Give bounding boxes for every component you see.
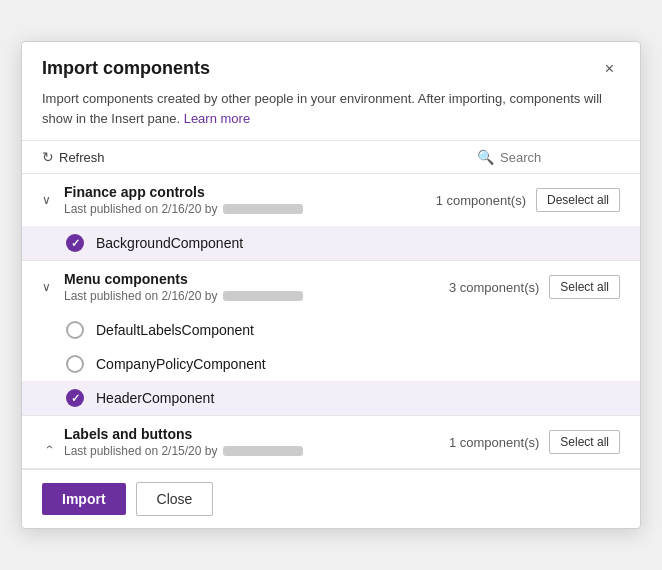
search-input[interactable] xyxy=(500,150,620,165)
dialog-description: Import components created by other peopl… xyxy=(22,89,640,140)
author-blur-finance xyxy=(223,204,303,214)
group-name-labels: Labels and buttons xyxy=(64,426,441,442)
checkbox-companypolicy xyxy=(66,355,84,373)
component-label-companypolicy: CompanyPolicyComponent xyxy=(96,356,266,372)
author-blur-labels xyxy=(223,446,303,456)
component-label-defaultlabels: DefaultLabelsComponent xyxy=(96,322,254,338)
search-box: 🔍 xyxy=(477,149,620,165)
checkbox-background xyxy=(66,234,84,252)
deselect-all-button-finance[interactable]: Deselect all xyxy=(536,188,620,212)
select-all-button-menu[interactable]: Select all xyxy=(549,275,620,299)
group-finance: ∨ Finance app controls Last published on… xyxy=(22,174,640,261)
dialog-title: Import components xyxy=(42,58,210,79)
group-name-finance: Finance app controls xyxy=(64,184,428,200)
import-button[interactable]: Import xyxy=(42,483,126,515)
author-blur-menu xyxy=(223,291,303,301)
component-count-menu: 3 component(s) xyxy=(449,280,539,295)
dialog-footer: Import Close xyxy=(22,469,640,528)
component-label-header: HeaderComponent xyxy=(96,390,214,406)
group-meta-menu: Last published on 2/16/20 by xyxy=(64,289,441,303)
close-footer-button[interactable]: Close xyxy=(136,482,214,516)
group-menu: ∨ Menu components Last published on 2/16… xyxy=(22,261,640,416)
group-name-menu: Menu components xyxy=(64,271,441,287)
group-info-finance: Finance app controls Last published on 2… xyxy=(64,184,428,216)
refresh-icon: ↻ xyxy=(42,149,54,165)
chevron-finance[interactable]: ∨ xyxy=(42,193,56,207)
toolbar: ↻ Refresh 🔍 xyxy=(22,140,640,174)
component-item-background[interactable]: BackgroundComponent xyxy=(22,226,640,260)
select-all-button-labels[interactable]: Select all xyxy=(549,430,620,454)
checkbox-defaultlabels xyxy=(66,321,84,339)
dialog-header: Import components × xyxy=(22,42,640,89)
component-count-finance: 1 component(s) xyxy=(436,193,526,208)
group-labels: › Labels and buttons Last published on 2… xyxy=(22,416,640,469)
group-header-menu: ∨ Menu components Last published on 2/16… xyxy=(22,261,640,313)
group-actions-labels: 1 component(s) Select all xyxy=(449,430,620,454)
component-item-header[interactable]: HeaderComponent xyxy=(22,381,640,415)
group-header-labels: › Labels and buttons Last published on 2… xyxy=(22,416,640,468)
chevron-labels[interactable]: › xyxy=(42,435,56,449)
refresh-button[interactable]: ↻ Refresh xyxy=(42,149,105,165)
component-item-defaultlabels[interactable]: DefaultLabelsComponent xyxy=(22,313,640,347)
search-icon: 🔍 xyxy=(477,149,494,165)
group-info-labels: Labels and buttons Last published on 2/1… xyxy=(64,426,441,458)
component-label-background: BackgroundComponent xyxy=(96,235,243,251)
component-count-labels: 1 component(s) xyxy=(449,435,539,450)
component-item-companypolicy[interactable]: CompanyPolicyComponent xyxy=(22,347,640,381)
content-area: ∨ Finance app controls Last published on… xyxy=(22,174,640,469)
group-header-finance: ∨ Finance app controls Last published on… xyxy=(22,174,640,226)
group-meta-labels: Last published on 2/15/20 by xyxy=(64,444,441,458)
group-meta-finance: Last published on 2/16/20 by xyxy=(64,202,428,216)
group-actions-finance: 1 component(s) Deselect all xyxy=(436,188,620,212)
checkbox-header xyxy=(66,389,84,407)
chevron-menu[interactable]: ∨ xyxy=(42,280,56,294)
group-actions-menu: 3 component(s) Select all xyxy=(449,275,620,299)
dialog-close-button[interactable]: × xyxy=(599,59,620,79)
import-components-dialog: Import components × Import components cr… xyxy=(21,41,641,529)
learn-more-link[interactable]: Learn more xyxy=(184,111,250,126)
group-info-menu: Menu components Last published on 2/16/2… xyxy=(64,271,441,303)
